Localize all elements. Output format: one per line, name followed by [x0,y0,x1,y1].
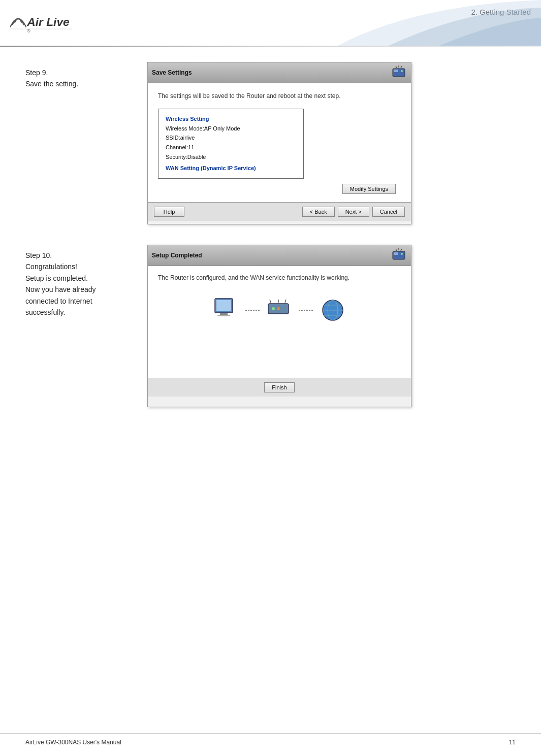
step10-line6: successfully. [25,307,127,318]
header-title-area: 2. Getting Started [471,5,531,16]
step10-dialog-title: Setup Completed [152,252,202,259]
step10-label: Step 10. Congratulations! Setup is compl… [25,245,127,318]
back-button[interactable]: < Back [302,207,335,217]
step10-dialog: Setup Completed The Router is configured… [147,245,411,407]
svg-rect-18 [217,315,230,316]
step9-label: Step 9. Save the setting. [25,62,127,90]
svg-line-7 [401,66,402,68]
airlive-logo: Air Live ® [10,5,81,36]
channel-value: 11 [188,144,194,150]
logo-area: Air Live ® [10,5,81,36]
wireless-setting-title: Wireless Setting [166,114,296,124]
internet-globe-icon [319,298,347,323]
svg-point-21 [272,307,275,310]
step10-line2: Congratulations! [25,261,127,272]
step9-line2: Save the setting. [25,78,127,89]
page-footer: AirLive GW-300NAS User's Manual 11 [0,733,541,746]
svg-line-14 [396,249,397,251]
next-button[interactable]: Next > [338,207,369,217]
wireless-mode-row: Wireless Mode:AP Only Mode [166,124,296,134]
svg-rect-17 [220,313,228,315]
step10-line4: Now you have already [25,284,127,295]
ssid-label: SSID: [166,135,180,141]
step9-titlebar: Save Settings [148,62,411,83]
step10-body-text: The Router is configured, and the WAN se… [158,273,401,282]
channel-label: Channel: [166,144,188,150]
router-icon-2 [391,247,407,264]
computer-icon [212,298,240,323]
svg-rect-10 [394,252,398,255]
step9-block: Step 9. Save the setting. Save Settings [25,62,516,224]
svg-text:Air Live: Air Live [26,15,70,28]
svg-line-25 [285,300,286,303]
cancel-button[interactable]: Cancel [372,207,405,217]
footer-nav-buttons: < Back Next > Cancel [302,207,405,217]
svg-line-8 [396,66,397,68]
security-row: Security:Disable [166,152,296,162]
svg-line-13 [401,249,402,251]
svg-point-22 [277,307,280,310]
step9-dialog-body: The settings will be saved to the Router… [148,83,411,202]
modify-settings-button[interactable]: Modify Settings [342,184,396,194]
step10-footer: Finish [148,378,411,397]
ssid-value: airlive [180,135,195,141]
step10-dialog-body: The Router is configured, and the WAN se… [148,266,411,378]
finish-button[interactable]: Finish [264,382,295,392]
step9-footer: Help < Back Next > Cancel [148,202,411,221]
page-header: Air Live ® 2. Getting Started [0,0,541,46]
main-content: Step 9. Save the setting. Save Settings [0,62,541,407]
step9-dialog-title: Save Settings [152,69,192,76]
step9-dialog: Save Settings The settings will be saved… [147,62,411,224]
svg-rect-16 [216,300,231,311]
page-title: 2. Getting Started [471,8,531,16]
header-divider [0,46,541,47]
footer-page-number: 11 [509,739,516,746]
wan-setting-title: WAN Setting (Dynamic IP Service) [166,163,296,173]
step9-body-text: The settings will be saved to the Router… [158,91,401,101]
connection-line-1 [245,308,261,313]
security-value: Disable [187,154,206,160]
router-icon [391,64,407,81]
svg-rect-4 [394,70,398,72]
step9-info-box: Wireless Setting Wireless Mode:AP Only M… [158,109,304,179]
step9-line1: Step 9. [25,67,127,78]
security-label: Security: [166,154,187,160]
network-diagram [158,298,401,323]
step10-line1: Step 10. [25,250,127,261]
ssid-row: SSID:airlive [166,133,296,143]
modify-btn-area: Modify Settings [158,184,401,194]
wireless-mode-value: AP Only Mode [204,125,240,132]
help-button[interactable]: Help [154,207,184,217]
svg-point-11 [401,253,403,255]
wireless-mode-label: Wireless Mode: [166,125,204,132]
svg-text:®: ® [27,28,30,34]
step10-line5: connected to Internet [25,295,127,307]
channel-row: Channel:11 [166,143,296,152]
router-network-icon [266,298,294,323]
connection-line-2 [299,308,314,313]
step10-line3: Setup is completed. [25,273,127,284]
footer-manual-text: AirLive GW-300NAS User's Manual [25,739,121,746]
svg-line-23 [270,300,271,303]
step10-titlebar: Setup Completed [148,245,411,266]
step10-block: Step 10. Congratulations! Setup is compl… [25,245,516,407]
svg-point-5 [401,70,403,72]
